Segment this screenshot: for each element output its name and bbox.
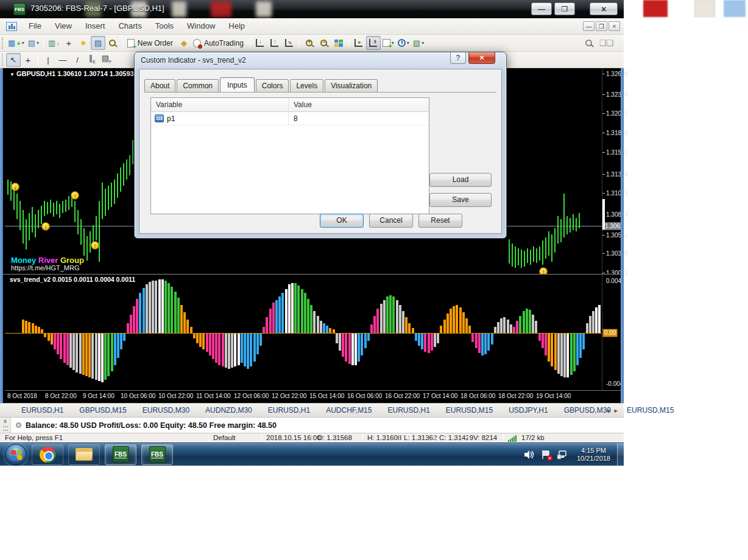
- child-close-button[interactable]: ×: [609, 21, 620, 31]
- show-desktop-button[interactable]: [617, 443, 624, 466]
- child-restore-button[interactable]: ❒: [596, 21, 607, 31]
- taskbar-fbs-button-2[interactable]: FBS: [141, 444, 173, 465]
- price-tick: [602, 113, 605, 114]
- chart-tab-audnzd-m30[interactable]: AUDNZD,M30: [197, 404, 260, 417]
- histogram-bar: [380, 304, 383, 333]
- variable-value[interactable]: 8: [294, 114, 298, 123]
- child-minimize-button[interactable]: —: [583, 21, 595, 31]
- chart-tab-eurusd-m15[interactable]: EURUSD,M15: [619, 404, 682, 417]
- network-icon[interactable]: [557, 450, 568, 460]
- save-button[interactable]: Save: [429, 193, 492, 207]
- dialog-tab-levels[interactable]: Levels: [290, 79, 323, 92]
- channel-tool-button[interactable]: ∥E: [85, 53, 99, 67]
- data-window-button[interactable]: ▤: [91, 36, 105, 50]
- new-order-button[interactable]: + New Order: [125, 36, 177, 50]
- expert-advisors-button[interactable]: ◆: [177, 36, 191, 50]
- dialog-tab-inputs[interactable]: Inputs: [220, 77, 255, 93]
- chart-tab-usdjpy-h1[interactable]: USDJPY,H1: [501, 404, 556, 417]
- new-chart-button[interactable]: ▦+▾: [6, 36, 26, 50]
- load-button[interactable]: Load: [429, 173, 492, 187]
- price-scale[interactable]: 1.326081.323461.320911.318361.315811.313…: [602, 68, 623, 274]
- taskbar-chrome-button[interactable]: [32, 444, 63, 465]
- menu-window[interactable]: Window: [180, 18, 222, 34]
- cursor-tool-button[interactable]: ↖: [6, 53, 21, 67]
- terminal-grip[interactable]: [3, 426, 8, 431]
- templates-button[interactable]: ▧▾: [411, 36, 426, 50]
- column-header-variable[interactable]: Variable: [151, 98, 289, 111]
- table-row[interactable]: 123 p1 8: [151, 112, 429, 125]
- inputs-table[interactable]: Variable Value 123 p1 8: [150, 97, 429, 214]
- close-button[interactable]: ×: [590, 2, 618, 15]
- toolbar-grip[interactable]: [2, 54, 4, 66]
- fibonacci-icon: ▤F: [102, 54, 112, 66]
- line-chart-button[interactable]: ∿: [282, 36, 297, 50]
- tile-windows-button[interactable]: [331, 36, 346, 50]
- dialog-help-button[interactable]: ?: [450, 52, 466, 64]
- price-bar: [53, 203, 54, 217]
- zoom-in-button[interactable]: +: [302, 36, 317, 50]
- chart-tab-audchf-m15[interactable]: AUDCHF,M15: [318, 404, 379, 417]
- terminal-close-button[interactable]: ×: [4, 419, 7, 425]
- dialog-tab-colors[interactable]: Colors: [256, 79, 289, 92]
- reset-button[interactable]: Reset: [418, 214, 462, 228]
- horizontal-line-tool-button[interactable]: —: [55, 53, 70, 67]
- maximize-button[interactable]: ❒: [554, 2, 575, 15]
- profiles-button[interactable]: ▤▾: [26, 36, 41, 50]
- crosshair-tool-button[interactable]: +: [21, 53, 35, 67]
- periods-button[interactable]: ▾: [396, 36, 411, 50]
- histogram-bar: [402, 311, 404, 333]
- candlestick-button[interactable]: ↑: [267, 36, 282, 50]
- taskbar-fbs-button[interactable]: FBS: [105, 444, 136, 465]
- subwindow-separator[interactable]: [3, 274, 621, 275]
- action-center-flag-icon[interactable]: ×: [541, 450, 551, 460]
- chart-tab-eurusd-h1[interactable]: EURUSD,H1: [260, 404, 318, 417]
- menu-view[interactable]: View: [48, 18, 79, 34]
- start-button[interactable]: [5, 444, 27, 466]
- chart-tab-eurusd-m15[interactable]: EURUSD,M15: [438, 404, 501, 417]
- dialog-tab-common[interactable]: Common: [177, 79, 219, 92]
- menu-charts[interactable]: Charts: [111, 18, 148, 34]
- tab-scroll-left-button[interactable]: ◂: [606, 407, 610, 415]
- trendline-tool-button[interactable]: /: [70, 53, 85, 67]
- chart-tab-eurusd-h1[interactable]: EURUSD,H1: [379, 404, 437, 417]
- autotrading-button[interactable]: AutoTrading: [191, 36, 247, 50]
- search-button[interactable]: [581, 36, 596, 50]
- market-watch-button[interactable]: ▥↓: [46, 36, 62, 50]
- chart-tab-eurusd-h1[interactable]: EURUSD,H1: [13, 404, 71, 417]
- menu-help[interactable]: Help: [222, 18, 252, 34]
- time-axis[interactable]: 8 Oct 20188 Oct 22:009 Oct 14:0010 Oct 0…: [5, 390, 621, 402]
- menu-file[interactable]: File: [22, 18, 48, 34]
- taskbar-explorer-button[interactable]: [68, 444, 100, 465]
- crosshair-button[interactable]: +: [62, 36, 76, 50]
- favorites-button[interactable]: ★: [76, 36, 91, 50]
- auto-scroll-button[interactable]: ▸: [351, 36, 366, 50]
- strategy-tester-button[interactable]: [105, 36, 120, 50]
- dialog-close-button[interactable]: ×: [468, 52, 495, 64]
- indicator-subwindow[interactable]: svs_trend_v2 0.0015 0.0011 0.0004 0.0011: [5, 275, 602, 390]
- volume-icon[interactable]: [524, 450, 535, 460]
- tab-baseline: [144, 92, 496, 93]
- community-button[interactable]: ❑❑: [598, 36, 615, 50]
- taskbar-clock[interactable]: 4:15 PM 10/21/2018: [577, 447, 610, 463]
- tab-scroll-right-button[interactable]: ▸: [614, 407, 618, 415]
- dialog-tab-visualization[interactable]: Visualization: [325, 79, 378, 92]
- minimize-button[interactable]: —: [531, 2, 552, 15]
- column-header-value[interactable]: Value: [289, 98, 317, 111]
- cancel-button[interactable]: Cancel: [369, 214, 413, 228]
- watermark-word: Money: [11, 256, 38, 265]
- chart-tab-eurusd-m30[interactable]: EURUSD,M30: [135, 404, 197, 417]
- dialog-tab-about[interactable]: About: [144, 79, 175, 92]
- toolbar-grip[interactable]: [2, 37, 4, 49]
- fibonacci-tool-button[interactable]: ▤F: [99, 53, 114, 67]
- vertical-line-tool-button[interactable]: |: [41, 53, 55, 67]
- indicator-scale[interactable]: 0.00420.00-0.004: [602, 275, 623, 390]
- chart-tab-gbpusd-m15[interactable]: GBPUSD,M15: [71, 404, 134, 417]
- chart-shift-button[interactable]: ↟: [366, 36, 381, 50]
- indicators-button[interactable]: +▾: [381, 36, 396, 50]
- ok-button[interactable]: OK: [320, 214, 364, 228]
- toolbar-separator: [348, 37, 349, 49]
- bar-chart-button[interactable]: ↓: [253, 36, 267, 50]
- menu-tools[interactable]: Tools: [149, 18, 180, 34]
- menu-insert[interactable]: Insert: [79, 18, 112, 34]
- zoom-out-button[interactable]: −: [317, 36, 331, 50]
